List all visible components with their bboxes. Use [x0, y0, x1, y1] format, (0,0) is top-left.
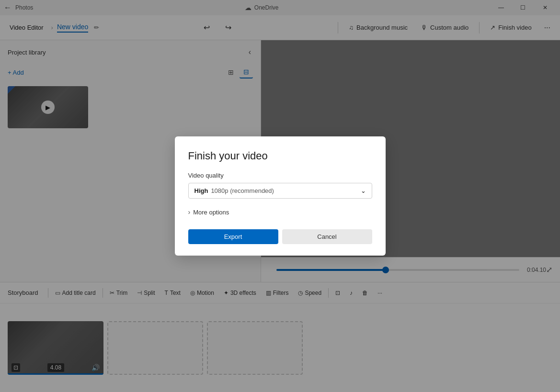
quality-label: Video quality: [188, 172, 372, 179]
more-options-label: More options: [193, 209, 229, 216]
dialog-title: Finish your video: [188, 150, 372, 162]
quality-select-value: High 1080p (recommended): [194, 187, 274, 194]
more-options-row[interactable]: › More options: [188, 206, 372, 218]
chevron-down-icon: ⌄: [361, 187, 366, 194]
quality-select-dropdown[interactable]: High 1080p (recommended) ⌄: [188, 183, 372, 199]
export-button[interactable]: Export: [188, 229, 278, 244]
modal-overlay: Finish your video Video quality High 108…: [0, 0, 560, 392]
quality-detail-text: 1080p (recommended): [211, 187, 274, 194]
chevron-right-icon: ›: [188, 208, 191, 216]
cancel-button[interactable]: Cancel: [282, 229, 372, 244]
quality-bold-text: High: [194, 187, 208, 194]
finish-video-dialog: Finish your video Video quality High 108…: [175, 136, 386, 256]
dialog-actions: Export Cancel: [188, 229, 372, 244]
